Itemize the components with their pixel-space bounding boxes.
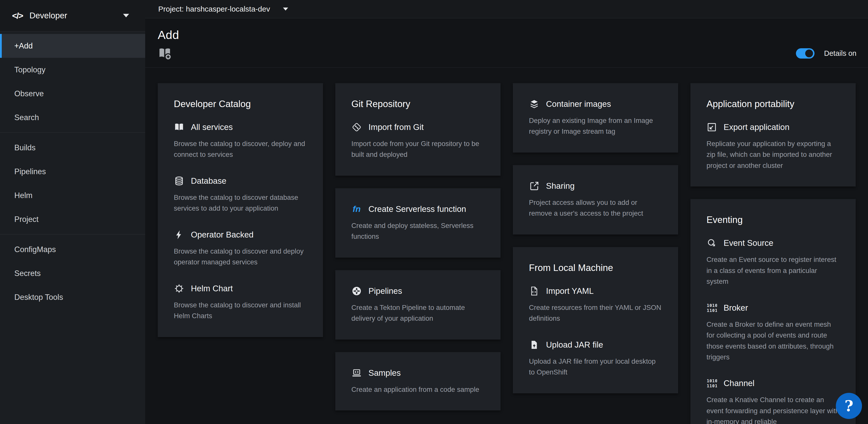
- catalog-item-title: Import YAML: [546, 286, 594, 296]
- chevron-down-icon: [283, 7, 288, 10]
- catalog-item-description: Browse the catalog to discover and deplo…: [174, 246, 307, 268]
- svg-text:1101: 1101: [707, 384, 717, 388]
- details-toggle-label: Details on: [824, 49, 857, 58]
- sidebar-item-pipelines[interactable]: Pipelines: [0, 160, 145, 183]
- samples-icon: [351, 368, 362, 378]
- details-toggle-knob: [805, 50, 813, 57]
- catalog-item-description: Create a Knative Channel to create an ev…: [707, 394, 840, 424]
- catalog-item-title: Samples: [368, 368, 401, 378]
- add-card[interactable]: fnCreate Serverless functionCreate and d…: [335, 188, 501, 258]
- pipelines-icon: [351, 286, 362, 296]
- catalog-item-title: Helm Chart: [191, 284, 233, 293]
- database-icon: [174, 176, 184, 186]
- catalog-item-create-serverless-function[interactable]: fnCreate Serverless functionCreate and d…: [351, 204, 485, 242]
- card-title: Developer Catalog: [174, 99, 307, 109]
- sidebar-section-divider: [0, 234, 145, 234]
- sidebar-item-add[interactable]: +Add: [0, 34, 145, 58]
- sidebar-item-search[interactable]: Search: [0, 106, 145, 130]
- channel-icon: 10101101: [707, 378, 717, 389]
- sidebar-item-observe[interactable]: Observe: [0, 82, 145, 106]
- catalog-item-title: Database: [191, 176, 226, 186]
- add-card[interactable]: SamplesCreate an application from a code…: [335, 352, 501, 411]
- main-area: Project: harshcasper-localsta-dev Add De…: [145, 0, 868, 424]
- card-title: Git Repository: [351, 99, 485, 109]
- catalog-item-title: Operator Backed: [191, 230, 253, 239]
- svg-text:1010: 1010: [707, 378, 717, 383]
- card-column: Developer CatalogAll servicesBrowse the …: [158, 83, 323, 424]
- card-title: Application portability: [707, 99, 840, 109]
- add-card-git-repository[interactable]: Git RepositoryImport from GitImport code…: [335, 83, 501, 176]
- add-card-developer-catalog[interactable]: Developer CatalogAll servicesBrowse the …: [158, 83, 323, 337]
- catalog-item-description: Deploy an existing Image from an Image r…: [529, 115, 662, 137]
- sharing-icon: [529, 181, 539, 191]
- add-card-from-local-machine[interactable]: From Local MachineImport YAMLCreate reso…: [513, 247, 678, 393]
- catalog-item-description: Create resources from their YAML or JSON…: [529, 302, 662, 324]
- perspective-label: Developer: [29, 11, 123, 20]
- catalog-item-description: Browse the catalog to discover and insta…: [174, 300, 307, 321]
- sidebar-item-desktop-tools[interactable]: Desktop Tools: [0, 285, 145, 309]
- event-source-icon: [707, 238, 717, 248]
- catalog-item-database[interactable]: DatabaseBrowse the catalog to discover d…: [174, 176, 307, 214]
- catalog-item-description: Upload a JAR file from your local deskto…: [529, 356, 662, 378]
- page-title: Add: [158, 28, 857, 42]
- catalog-item-title: Channel: [723, 378, 754, 388]
- sidebar-item-project[interactable]: Project: [0, 207, 145, 231]
- svg-text:1010: 1010: [707, 303, 717, 308]
- catalog-item-title: Sharing: [546, 181, 575, 191]
- catalog-item-operator-backed[interactable]: Operator BackedBrowse the catalog to dis…: [174, 229, 307, 268]
- add-card[interactable]: Container imagesDeploy an existing Image…: [513, 83, 678, 152]
- catalog-item-sharing[interactable]: SharingProject access allows you to add …: [529, 181, 662, 219]
- catalog-item-title: Export application: [723, 122, 789, 132]
- add-card[interactable]: SharingProject access allows you to add …: [513, 165, 678, 234]
- question-mark-icon: ?: [844, 397, 853, 415]
- catalog-item-description: Project access allows you to add or remo…: [529, 197, 662, 219]
- export-application-icon: [707, 122, 717, 133]
- broker-icon: 10101101: [707, 303, 717, 313]
- add-card-eventing[interactable]: EventingEvent SourceCreate an Event sour…: [690, 199, 856, 424]
- sidebar-item-configmaps[interactable]: ConfigMaps: [0, 237, 145, 261]
- add-page-header: Add Details on: [145, 18, 868, 67]
- code-perspective-icon: </>: [12, 11, 23, 21]
- card-column: Git RepositoryImport from GitImport code…: [335, 83, 501, 424]
- container-images-icon: [529, 99, 539, 109]
- sidebar-item-helm[interactable]: Helm: [0, 183, 145, 207]
- catalog-item-title: All services: [191, 122, 233, 132]
- catalog-item-channel[interactable]: 10101101ChannelCreate a Knative Channel …: [707, 378, 840, 424]
- helm-chart-icon: [174, 283, 184, 294]
- catalog-item-import-from-git[interactable]: Import from GitImport code from your Git…: [351, 122, 485, 160]
- catalog-item-pipelines[interactable]: PipelinesCreate a Tekton Pipeline to aut…: [351, 286, 485, 324]
- catalog-item-description: Replicate your application by exporting …: [707, 138, 840, 171]
- catalog-item-title: Import from Git: [368, 122, 424, 132]
- sidebar-item-topology[interactable]: Topology: [0, 58, 145, 82]
- catalog-item-container-images[interactable]: Container imagesDeploy an existing Image…: [529, 99, 662, 137]
- perspective-switcher[interactable]: </> Developer: [0, 0, 145, 31]
- catalog-item-title: Pipelines: [368, 286, 402, 296]
- catalog-item-event-source[interactable]: Event SourceCreate an Event source to re…: [707, 238, 840, 287]
- catalog-item-description: Create a Tekton Pipeline to automate del…: [351, 302, 485, 324]
- help-button[interactable]: ?: [836, 393, 862, 419]
- add-card[interactable]: PipelinesCreate a Tekton Pipeline to aut…: [335, 270, 501, 340]
- upload-jar-icon: [529, 340, 539, 350]
- catalog-add-icon[interactable]: [158, 46, 172, 60]
- catalog-item-all-services[interactable]: All servicesBrowse the catalog to discov…: [174, 122, 307, 160]
- catalog-item-broker[interactable]: 10101101BrokerCreate a Broker to define …: [707, 303, 840, 363]
- catalog-item-upload-jar-file[interactable]: Upload JAR fileUpload a JAR file from yo…: [529, 340, 662, 378]
- details-toggle[interactable]: [796, 48, 814, 59]
- sidebar-item-secrets[interactable]: Secrets: [0, 261, 145, 285]
- catalog-item-samples[interactable]: SamplesCreate an application from a code…: [351, 368, 485, 395]
- add-cards-grid: Developer CatalogAll servicesBrowse the …: [145, 67, 868, 424]
- project-selector[interactable]: Project: harshcasper-localsta-dev: [145, 0, 868, 18]
- project-selector-label: Project: harshcasper-localsta-dev: [158, 5, 270, 13]
- catalog-icon: [174, 122, 184, 133]
- card-title: Eventing: [707, 215, 840, 225]
- catalog-item-export-application[interactable]: Export applicationReplicate your applica…: [707, 122, 840, 171]
- catalog-item-import-yaml[interactable]: Import YAMLCreate resources from their Y…: [529, 286, 662, 324]
- catalog-item-title: Event Source: [723, 238, 773, 248]
- sidebar-item-builds[interactable]: Builds: [0, 136, 145, 160]
- chevron-down-icon: [123, 14, 129, 17]
- add-card-application-portability[interactable]: Application portabilityExport applicatio…: [690, 83, 856, 187]
- git-icon: [351, 122, 362, 133]
- serverless-fn-icon: fn: [351, 204, 362, 215]
- catalog-item-helm-chart[interactable]: Helm ChartBrowse the catalog to discover…: [174, 283, 307, 321]
- catalog-item-title: Broker: [723, 303, 748, 313]
